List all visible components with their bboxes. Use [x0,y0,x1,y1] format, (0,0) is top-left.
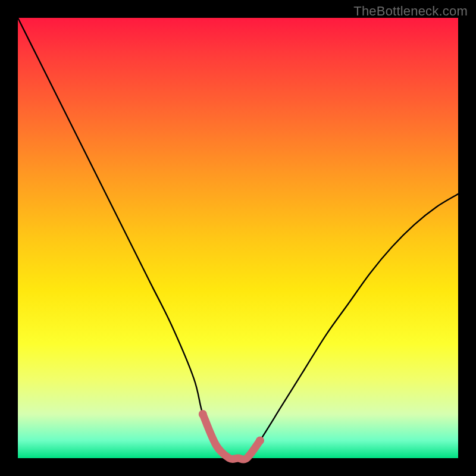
highlight-dot-end [256,436,264,444]
bottleneck-curve-highlight [203,414,260,459]
watermark-label: TheBottleneck.com [353,4,468,19]
bottleneck-curve-path [18,18,458,459]
plot-area [18,18,458,458]
highlight-dot-start [199,410,207,418]
curve-svg [18,18,458,458]
chart-frame: TheBottleneck.com [0,0,476,476]
